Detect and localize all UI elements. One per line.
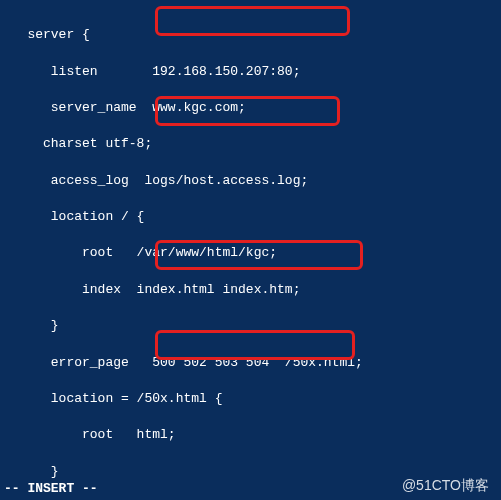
code-line: server {: [4, 26, 497, 44]
code-line: root /var/www/html/kgc;: [4, 244, 497, 262]
watermark-text: @51CTO博客: [402, 476, 489, 496]
code-line: location / {: [4, 208, 497, 226]
code-line: }: [4, 317, 497, 335]
code-line: listen 192.168.150.207:80;: [4, 63, 497, 81]
code-line: server_name www.kgc.com;: [4, 99, 497, 117]
code-line: error_page 500 502 503 504 /50x.html;: [4, 354, 497, 372]
code-line: charset utf-8;: [4, 135, 497, 153]
code-editor[interactable]: server { listen 192.168.150.207:80; serv…: [0, 0, 501, 500]
code-line: index index.html index.htm;: [4, 281, 497, 299]
code-line: location = /50x.html {: [4, 390, 497, 408]
code-line: root html;: [4, 426, 497, 444]
code-line: access_log logs/host.access.log;: [4, 172, 497, 190]
vim-mode-status: -- INSERT --: [4, 480, 98, 498]
